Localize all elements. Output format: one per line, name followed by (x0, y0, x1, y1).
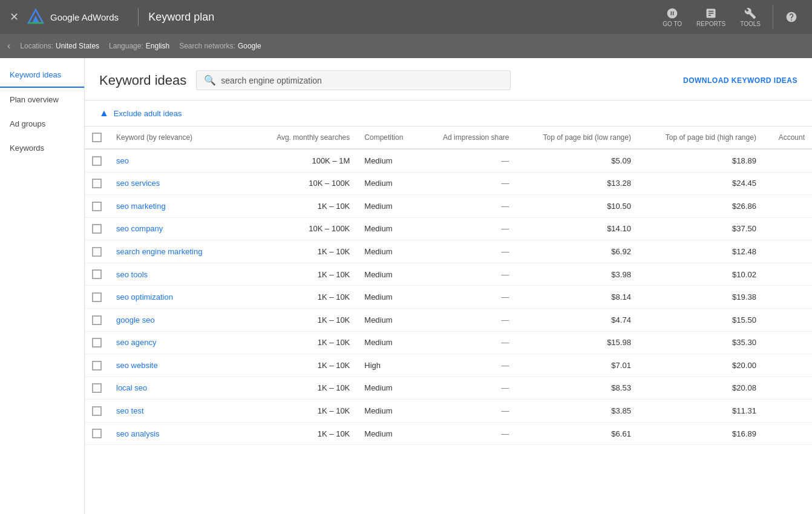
row-checkbox[interactable] (92, 179, 102, 188)
main-layout: Keyword ideas Plan overview Ad groups Ke… (0, 58, 812, 514)
row-checkbox-cell[interactable] (85, 286, 109, 309)
row-checkbox-cell[interactable] (85, 331, 109, 354)
row-account (764, 308, 812, 331)
search-input[interactable] (221, 76, 503, 85)
col-account[interactable]: Account (764, 127, 812, 149)
row-bid-high: $19.38 (638, 286, 764, 309)
row-account (764, 377, 812, 400)
sidebar-item-label: Ad groups (10, 119, 45, 128)
table-row: seo company 10K – 100K Medium — $14.10 $… (85, 217, 812, 240)
row-checkbox[interactable] (92, 202, 102, 211)
table-row: seo services 10K – 100K Medium — $13.28 … (85, 172, 812, 195)
row-checkbox-cell[interactable] (85, 149, 109, 172)
table-row: seo optimization 1K – 10K Medium — $8.14… (85, 286, 812, 309)
row-checkbox[interactable] (92, 224, 102, 234)
row-keyword[interactable]: seo company (109, 217, 253, 240)
filter-bar: ▲ Exclude adult ideas (85, 100, 812, 127)
col-ad-impression[interactable]: Ad impression share (421, 127, 517, 149)
row-competition: Medium (357, 263, 421, 286)
row-keyword[interactable]: google seo (109, 308, 253, 331)
top-nav: ✕ Google AdWords Keyword plan GO TO REPO… (0, 0, 812, 34)
row-avg-monthly: 1K – 10K (253, 400, 358, 423)
row-checkbox[interactable] (92, 156, 102, 166)
row-bid-high: $11.31 (638, 400, 764, 423)
col-bid-low[interactable]: Top of page bid (low range) (517, 127, 638, 149)
row-keyword[interactable]: seo services (109, 172, 253, 195)
col-competition[interactable]: Competition (357, 127, 421, 149)
row-checkbox-cell[interactable] (85, 263, 109, 286)
row-bid-low: $15.98 (517, 331, 638, 354)
sidebar-item-keywords[interactable]: Keywords (0, 136, 84, 160)
row-keyword[interactable]: seo marketing (109, 195, 253, 218)
row-avg-monthly: 1K – 10K (253, 195, 358, 218)
keyword-search-box[interactable]: 🔍 (196, 70, 511, 90)
row-account (764, 354, 812, 377)
row-keyword[interactable]: seo optimization (109, 286, 253, 309)
row-checkbox[interactable] (92, 269, 102, 279)
row-bid-high: $37.50 (638, 217, 764, 240)
row-keyword[interactable]: search engine marketing (109, 240, 253, 263)
row-checkbox[interactable] (92, 406, 102, 416)
row-keyword[interactable]: local seo (109, 377, 253, 400)
sidebar-item-keyword-ideas[interactable]: Keyword ideas (0, 63, 84, 88)
col-avg-monthly[interactable]: Avg. monthly searches (253, 127, 358, 149)
tools-icon (744, 7, 756, 19)
row-bid-high: $16.89 (638, 422, 764, 445)
row-checkbox-cell[interactable] (85, 422, 109, 445)
goto-button[interactable]: GO TO (658, 5, 687, 30)
row-bid-low: $3.98 (517, 263, 638, 286)
row-bid-high: $20.08 (638, 377, 764, 400)
row-checkbox[interactable] (92, 383, 102, 393)
row-account (764, 240, 812, 263)
row-bid-high: $24.45 (638, 172, 764, 195)
row-checkbox-cell[interactable] (85, 400, 109, 423)
col-keyword[interactable]: Keyword (by relevance) (109, 127, 253, 149)
row-keyword[interactable]: seo test (109, 400, 253, 423)
row-bid-low: $8.53 (517, 377, 638, 400)
sidebar-item-ad-groups[interactable]: Ad groups (0, 112, 84, 136)
row-bid-high: $18.89 (638, 149, 764, 172)
row-checkbox-cell[interactable] (85, 172, 109, 195)
exclude-adult-ideas-link[interactable]: Exclude adult ideas (114, 109, 182, 118)
row-keyword[interactable]: seo website (109, 354, 253, 377)
reports-button[interactable]: REPORTS (692, 5, 730, 30)
table-row: seo tools 1K – 10K Medium — $3.98 $10.02 (85, 263, 812, 286)
row-competition: Medium (357, 308, 421, 331)
row-keyword[interactable]: seo (109, 149, 253, 172)
row-keyword[interactable]: seo analysis (109, 422, 253, 445)
row-account (764, 331, 812, 354)
row-checkbox-cell[interactable] (85, 240, 109, 263)
row-checkbox-cell[interactable] (85, 217, 109, 240)
close-icon[interactable]: ✕ (10, 10, 19, 24)
row-checkbox[interactable] (92, 361, 102, 371)
help-button[interactable] (781, 8, 802, 25)
row-checkbox-cell[interactable] (85, 354, 109, 377)
row-avg-monthly: 1K – 10K (253, 308, 358, 331)
keyword-ideas-header: Keyword ideas 🔍 DOWNLOAD KEYWORD IDEAS (85, 58, 812, 100)
row-bid-low: $8.14 (517, 286, 638, 309)
sidebar-item-label: Keywords (10, 143, 44, 153)
table-row: seo 100K – 1M Medium — $5.09 $18.89 (85, 149, 812, 172)
row-keyword[interactable]: seo tools (109, 263, 253, 286)
row-keyword[interactable]: seo agency (109, 331, 253, 354)
row-checkbox-cell[interactable] (85, 308, 109, 331)
row-checkbox[interactable] (92, 315, 102, 325)
row-ad-impression: — (421, 400, 517, 423)
col-bid-high[interactable]: Top of page bid (high range) (638, 127, 764, 149)
tools-button[interactable]: TOOLS (735, 5, 765, 30)
row-checkbox[interactable] (92, 429, 102, 438)
select-all-checkbox[interactable] (92, 133, 102, 142)
row-checkbox[interactable] (92, 338, 102, 348)
row-checkbox-cell[interactable] (85, 195, 109, 218)
row-bid-low: $4.74 (517, 308, 638, 331)
language-label: Language: (109, 42, 143, 50)
logo: Google AdWords (26, 7, 119, 27)
sidebar-item-plan-overview[interactable]: Plan overview (0, 88, 84, 112)
row-checkbox[interactable] (92, 247, 102, 257)
collapse-icon[interactable]: ‹ (7, 41, 10, 51)
row-checkbox-cell[interactable] (85, 377, 109, 400)
row-checkbox[interactable] (92, 292, 102, 302)
download-keyword-ideas-button[interactable]: DOWNLOAD KEYWORD IDEAS (683, 76, 797, 85)
goto-icon (666, 7, 678, 19)
row-ad-impression: — (421, 331, 517, 354)
